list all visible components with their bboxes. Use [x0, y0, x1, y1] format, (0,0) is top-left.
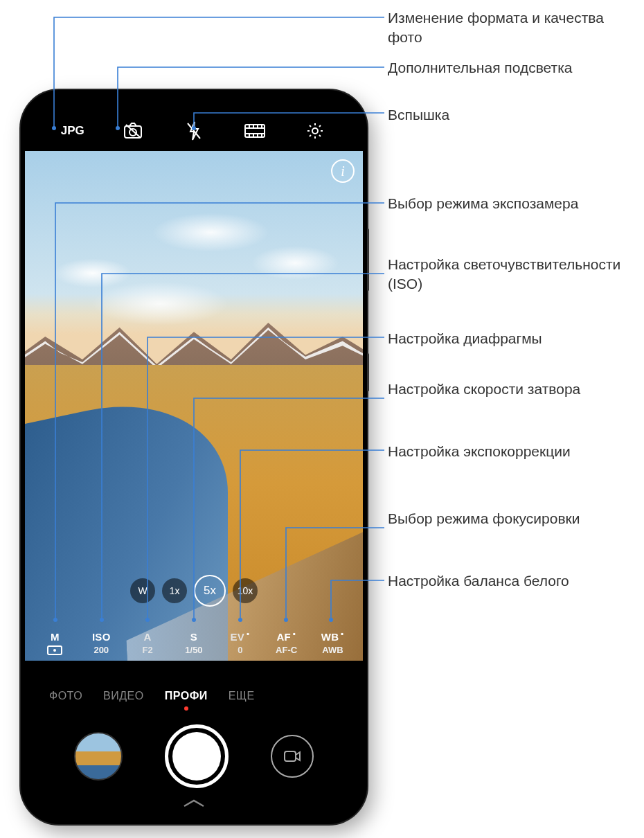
phone-screen: JPG — [25, 94, 363, 820]
param-af[interactable]: AF· AF-C — [269, 631, 304, 655]
param-aperture[interactable]: A F2 — [130, 631, 165, 655]
phone-frame: JPG — [21, 90, 367, 824]
switch-camera-button[interactable] — [271, 735, 314, 778]
format-label: JPG — [61, 124, 84, 138]
side-button-top — [367, 229, 369, 291]
callout-shutter: Настройка скорости затвора — [388, 380, 580, 399]
frame-button[interactable] — [241, 117, 269, 145]
side-button-bottom — [367, 353, 369, 391]
scene-clouds — [25, 151, 363, 355]
param-metering[interactable]: M — [37, 631, 72, 655]
shutter-button[interactable] — [165, 724, 229, 788]
fill-light-button[interactable] — [119, 117, 147, 145]
viewfinder[interactable]: i W 1x 5x 10x M ISO 200 A F2 — [25, 151, 363, 661]
callout-ev: Настройка экспокоррекции — [388, 442, 571, 461]
pro-params-row: M ISO 200 A F2 S 1/50 EV· 0 — [25, 631, 363, 655]
gear-icon — [305, 121, 325, 141]
settings-button[interactable] — [301, 117, 329, 145]
param-wb[interactable]: WB· AWB — [315, 631, 350, 655]
zoom-5x[interactable]: 5x — [194, 575, 226, 607]
info-button[interactable]: i — [331, 159, 355, 183]
svg-point-15 — [312, 128, 318, 134]
callout-af: Выбор режима фокусировки — [388, 509, 580, 528]
zoom-row: W 1x 5x 10x — [25, 578, 363, 607]
mode-more[interactable]: ЕЩЕ — [229, 690, 255, 702]
video-camera-icon — [283, 749, 302, 764]
camera-topbar: JPG — [25, 114, 363, 148]
callout-flash: Вспышка — [388, 105, 449, 125]
shutter-inner — [172, 732, 221, 781]
callout-fill: Дополнительная подсветка — [388, 58, 573, 78]
metering-icon — [47, 645, 62, 655]
bottom-controls — [25, 723, 363, 789]
mode-video[interactable]: ВИДЕО — [103, 690, 144, 702]
callout-format: Изменение формата и качества фото — [388, 8, 637, 48]
gallery-thumbnail[interactable] — [74, 732, 123, 781]
svg-rect-16 — [285, 751, 296, 761]
zoom-10x[interactable]: 10x — [233, 578, 258, 603]
fill-light-icon — [123, 122, 143, 140]
chevron-up-icon[interactable] — [180, 798, 208, 812]
mode-photo[interactable]: ФОТО — [49, 690, 82, 702]
param-shutter[interactable]: S 1/50 — [177, 631, 211, 655]
param-iso[interactable]: ISO 200 — [84, 631, 118, 655]
callout-aperture: Настройка диафрагмы — [388, 329, 542, 348]
param-ev[interactable]: EV· 0 — [223, 631, 258, 655]
format-button[interactable]: JPG — [59, 117, 87, 145]
filmstrip-icon — [244, 123, 266, 139]
callout-iso: Настройка светочувствительности (ISO) — [388, 255, 637, 294]
info-icon: i — [341, 163, 345, 179]
mode-pro[interactable]: ПРОФИ — [165, 690, 208, 702]
callout-wb: Настройка баланса белого — [388, 571, 569, 591]
zoom-1x[interactable]: 1x — [162, 578, 187, 603]
mode-selector[interactable]: ФОТО ВИДЕО ПРОФИ ЕЩЕ — [25, 690, 363, 702]
zoom-wide[interactable]: W — [130, 578, 155, 603]
flash-off-icon — [186, 121, 202, 141]
flash-button[interactable] — [180, 117, 208, 145]
callout-metering: Выбор режима экспозамера — [388, 194, 578, 213]
